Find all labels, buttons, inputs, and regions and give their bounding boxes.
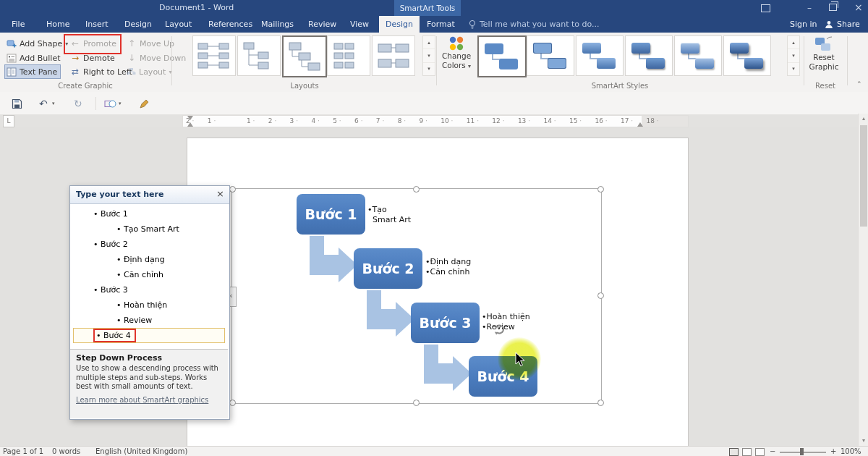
smartart-style-thumbnail[interactable] <box>723 35 771 76</box>
gallery-more-icon[interactable]: ▾ <box>788 63 799 75</box>
shapes-tool-button[interactable] <box>104 97 116 110</box>
smartart-style-thumbnail[interactable] <box>527 35 574 76</box>
gallery-scroll-down-icon[interactable]: ▾ <box>423 49 435 62</box>
tab-smartart-design[interactable]: Design <box>379 16 420 33</box>
text-pane-item[interactable]: Căn chỉnh <box>73 267 225 282</box>
web-layout-button[interactable] <box>755 448 765 456</box>
smartart-selection-frame[interactable] <box>231 188 602 404</box>
gallery-more-icon[interactable]: ▾ <box>423 63 435 75</box>
collapse-ribbon-icon[interactable]: ⌃ <box>856 80 862 88</box>
layout-button[interactable]: Layout ▾ <box>124 64 174 79</box>
tab-file[interactable]: File <box>7 16 29 33</box>
text-pane-item[interactable]: Bước 1 <box>73 206 225 221</box>
layout-thumbnail[interactable] <box>237 35 281 76</box>
tab-insert[interactable]: Insert <box>81 16 113 33</box>
text-pane-item-buoc-4[interactable]: Bước 4 <box>73 328 225 343</box>
smartart-style-thumbnail-selected[interactable] <box>477 35 527 77</box>
text-pane-item[interactable]: Tạo Smart Art <box>73 221 225 237</box>
selection-handle[interactable] <box>413 400 420 406</box>
zoom-out-icon[interactable]: − <box>770 447 775 456</box>
ribbon-display-options-icon[interactable] <box>761 4 770 15</box>
sign-in-button[interactable]: Sign in <box>790 16 817 33</box>
tab-mailings[interactable]: Mailings <box>257 16 298 33</box>
scrollbar-thumb[interactable] <box>860 125 867 227</box>
smartart-style-thumbnail[interactable] <box>674 35 722 76</box>
zoom-slider-thumb[interactable] <box>800 448 804 455</box>
rotate-handle-icon[interactable] <box>493 323 506 336</box>
add-shape-button[interactable]: Add Shape ▾ <box>4 36 70 51</box>
layouts-gallery-scrollbar[interactable]: ▴ ▾ ▾ <box>422 35 435 76</box>
tab-smartart-format[interactable]: Format <box>422 16 459 33</box>
undo-button[interactable]: ↶ <box>39 97 48 110</box>
tell-me-box[interactable]: Tell me what you want to do... <box>469 16 600 33</box>
selection-handle[interactable] <box>597 400 604 406</box>
zoom-level[interactable]: 100% <box>841 447 861 456</box>
text-pane-item[interactable]: Hoàn thiện <box>73 297 225 313</box>
smartart-note-step-3[interactable]: Hoàn thiện Review <box>482 312 537 332</box>
text-pane-item[interactable]: Review <box>73 313 225 328</box>
smartart-shape-buoc-3[interactable]: Bước 3 <box>411 303 480 343</box>
tab-selector[interactable]: L <box>3 115 14 127</box>
redo-button[interactable]: ↻ <box>74 97 82 110</box>
tab-references[interactable]: References <box>204 16 257 33</box>
gallery-scroll-up-icon[interactable]: ▴ <box>788 36 799 49</box>
layout-thumbnail[interactable] <box>372 35 415 76</box>
tab-home[interactable]: Home <box>42 16 74 33</box>
tab-view[interactable]: View <box>346 16 373 33</box>
text-pane-item[interactable]: Bước 2 <box>73 237 225 252</box>
selection-handle[interactable] <box>597 292 604 299</box>
text-pane-header[interactable]: Type your text here × <box>70 186 229 204</box>
selection-handle[interactable] <box>413 186 420 193</box>
smartart-style-thumbnail[interactable] <box>625 35 673 76</box>
first-line-indent-marker[interactable] <box>187 116 193 120</box>
layout-thumbnail[interactable] <box>327 35 370 76</box>
learn-more-link[interactable]: Learn more about SmartArt graphics <box>76 396 208 404</box>
gallery-scroll-up-icon[interactable]: ▴ <box>423 36 435 49</box>
styles-gallery-scrollbar[interactable]: ▴ ▾ ▾ <box>787 35 800 76</box>
smartart-note-step-1[interactable]: Tạo Smart Art <box>367 205 412 225</box>
selection-handle[interactable] <box>229 400 236 406</box>
demote-button[interactable]: → Demote <box>68 51 117 65</box>
smartart-shape-buoc-1[interactable]: Bước 1 <box>297 194 365 235</box>
right-indent-marker[interactable] <box>637 122 643 127</box>
reset-graphic-button[interactable]: Reset Graphic <box>806 35 842 72</box>
smartart-style-thumbnail[interactable] <box>576 35 624 76</box>
add-bullet-button[interactable]: Add Bullet <box>4 51 63 65</box>
scroll-down-icon[interactable]: ▾ <box>859 436 868 446</box>
page-indicator[interactable]: Page 1 of 1 <box>3 447 43 456</box>
vertical-scrollbar[interactable]: ▴ ▾ <box>858 114 868 446</box>
close-icon[interactable]: × <box>216 188 224 199</box>
move-up-button[interactable]: ↑ Move Up <box>124 36 176 51</box>
move-down-button[interactable]: ↓ Move Down <box>124 51 188 65</box>
selection-handle[interactable] <box>597 186 604 193</box>
restore-window-icon[interactable] <box>829 1 837 14</box>
minimize-icon[interactable]: – <box>807 2 812 14</box>
smartart-shape-buoc-2[interactable]: Bước 2 <box>354 248 422 289</box>
smartart-note-step-2[interactable]: Định dạng Căn chỉnh <box>425 257 477 277</box>
zoom-in-icon[interactable]: + <box>830 447 836 456</box>
text-pane-item[interactable]: Bước 3 <box>73 282 225 297</box>
gallery-scroll-down-icon[interactable]: ▾ <box>788 49 799 62</box>
read-mode-button[interactable] <box>729 448 739 456</box>
selection-handle[interactable] <box>229 186 236 193</box>
edit-button[interactable] <box>139 97 150 110</box>
undo-dropdown-icon[interactable]: ▾ <box>52 101 55 106</box>
text-pane-item[interactable]: Định dạng <box>73 252 225 267</box>
scroll-up-icon[interactable]: ▴ <box>859 114 868 124</box>
text-pane-button[interactable]: Text Pane <box>4 64 61 79</box>
layout-thumbnail[interactable] <box>192 35 236 76</box>
language-indicator[interactable]: English (United Kingdom) <box>95 447 187 456</box>
save-button[interactable] <box>12 97 22 110</box>
layout-thumbnail-selected[interactable] <box>282 35 327 77</box>
promote-button[interactable]: ← Promote <box>68 36 119 51</box>
tab-review[interactable]: Review <box>304 16 341 33</box>
close-window-icon[interactable]: × <box>854 1 863 13</box>
share-button[interactable]: Share <box>825 16 860 33</box>
shapes-dropdown-icon[interactable]: ▾ <box>119 101 122 106</box>
change-colors-button[interactable]: Change Colors ▾ <box>440 35 473 71</box>
left-indent-marker[interactable] <box>187 122 193 127</box>
print-layout-button[interactable] <box>742 448 752 456</box>
word-count[interactable]: 0 words <box>52 447 80 456</box>
smartart-shape-buoc-4[interactable]: Bước 4 <box>469 356 537 397</box>
tab-layout[interactable]: Layout <box>161 16 196 33</box>
